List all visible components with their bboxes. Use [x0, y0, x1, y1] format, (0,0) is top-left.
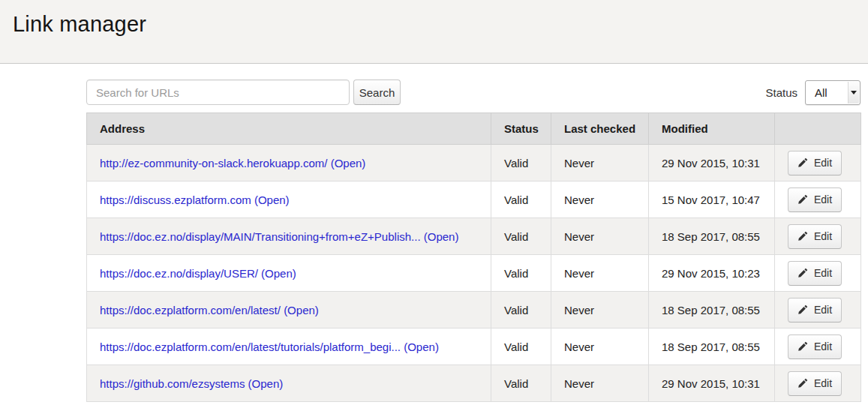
search-input[interactable] — [86, 80, 350, 105]
address-cell: https://doc.ez.no/display/MAIN/Transitio… — [87, 218, 491, 255]
edit-button-label: Edit — [814, 230, 832, 242]
table-row: https://doc.ez.no/display/USER/ (Open) V… — [87, 255, 861, 292]
address-cell: http://ez-community-on-slack.herokuapp.c… — [87, 145, 491, 182]
status-cell: Valid — [491, 255, 551, 292]
edit-button[interactable]: Edit — [788, 334, 842, 359]
edit-button-label: Edit — [814, 157, 832, 169]
status-cell: Valid — [491, 365, 551, 402]
url-link[interactable]: https://discuss.ezplatform.com — [100, 194, 251, 206]
url-link[interactable]: https://doc.ez.no/display/USER/ — [100, 267, 258, 280]
modified-cell: 29 Nov 2015, 10:23 — [649, 255, 775, 292]
pencil-icon — [797, 194, 808, 205]
last-checked-cell: Never — [551, 292, 649, 328]
pencil-icon — [797, 158, 808, 168]
pencil-icon — [797, 341, 808, 352]
chevron-down-icon — [848, 82, 859, 104]
address-cell: https://github.com/ezsystems (Open) — [87, 365, 491, 402]
modified-cell: 15 Nov 2017, 10:47 — [649, 182, 775, 218]
edit-button[interactable]: Edit — [788, 188, 842, 212]
last-checked-cell: Never — [551, 255, 649, 292]
modified-cell: 29 Nov 2015, 10:31 — [649, 145, 775, 182]
edit-button[interactable]: Edit — [788, 298, 842, 322]
modified-cell: 29 Nov 2015, 10:31 — [649, 365, 775, 402]
table-body: http://ez-community-on-slack.herokuapp.c… — [87, 145, 861, 402]
last-checked-cell: Never — [551, 182, 649, 218]
edit-button-label: Edit — [814, 194, 832, 206]
modified-cell: 18 Sep 2017, 08:55 — [649, 328, 775, 365]
url-link[interactable]: http://ez-community-on-slack.herokuapp.c… — [100, 157, 327, 170]
url-link[interactable]: https://doc.ez.no/display/MAIN/Transitio… — [100, 230, 421, 243]
page-title: Link manager — [13, 12, 854, 37]
table-row: https://doc.ezplatform.com/en/latest/ (O… — [87, 292, 861, 328]
edit-button-label: Edit — [814, 340, 832, 352]
last-checked-cell: Never — [551, 145, 649, 182]
actions-cell: Edit — [775, 328, 861, 365]
address-cell: https://doc.ezplatform.com/en/latest/ (O… — [87, 292, 491, 328]
address-cell: https://doc.ezplatform.com/en/latest/tut… — [87, 328, 491, 365]
actions-cell: Edit — [775, 292, 861, 328]
open-link[interactable]: (Open) — [424, 230, 459, 243]
edit-button[interactable]: Edit — [788, 224, 842, 249]
links-table: Address Status Last checked Modified htt… — [86, 112, 861, 402]
open-link[interactable]: (Open) — [254, 194, 290, 206]
table-row: http://ez-community-on-slack.herokuapp.c… — [87, 145, 861, 182]
edit-button-label: Edit — [814, 267, 832, 279]
open-link[interactable]: (Open) — [248, 377, 284, 390]
toolbar: Search Status All — [86, 80, 860, 105]
modified-cell: 18 Sep 2017, 08:55 — [649, 292, 775, 328]
actions-cell: Edit — [775, 182, 861, 218]
open-link[interactable]: (Open) — [261, 267, 296, 280]
status-cell: Valid — [491, 145, 551, 182]
status-select[interactable]: All — [805, 80, 860, 105]
address-cell: https://discuss.ezplatform.com (Open) — [87, 182, 491, 218]
edit-button[interactable]: Edit — [788, 371, 842, 396]
table-row: https://discuss.ezplatform.com (Open) Va… — [87, 182, 861, 218]
table-row: https://github.com/ezsystems (Open) Vali… — [87, 365, 861, 402]
status-select-value: All — [815, 86, 827, 99]
actions-cell: Edit — [775, 365, 861, 402]
status-cell: Valid — [491, 182, 551, 218]
edit-button-label: Edit — [814, 377, 832, 389]
address-cell: https://doc.ez.no/display/USER/ (Open) — [87, 255, 491, 292]
status-cell: Valid — [491, 218, 551, 255]
status-cell: Valid — [491, 328, 551, 365]
last-checked-cell: Never — [551, 365, 649, 402]
content: Search Status All Address Status Last ch… — [86, 80, 860, 402]
page-header: Link manager — [0, 0, 868, 64]
url-link[interactable]: https://doc.ezplatform.com/en/latest/ — [100, 304, 281, 316]
actions-cell: Edit — [775, 255, 861, 292]
edit-button[interactable]: Edit — [788, 261, 842, 286]
modified-cell: 18 Sep 2017, 08:55 — [649, 218, 775, 255]
last-checked-cell: Never — [551, 218, 649, 255]
open-link[interactable]: (Open) — [284, 304, 319, 316]
header-modified: Modified — [649, 113, 775, 145]
table-header-row: Address Status Last checked Modified — [87, 113, 861, 145]
table-row: https://doc.ez.no/display/MAIN/Transitio… — [87, 218, 861, 255]
status-cell: Valid — [491, 292, 551, 328]
header-status: Status — [491, 113, 551, 145]
table-row: https://doc.ezplatform.com/en/latest/tut… — [87, 328, 861, 365]
status-filter: Status All — [765, 80, 860, 105]
pencil-icon — [797, 378, 808, 388]
edit-button[interactable]: Edit — [788, 151, 842, 176]
url-link[interactable]: https://doc.ezplatform.com/en/latest/tut… — [100, 340, 401, 353]
open-link[interactable]: (Open) — [404, 340, 439, 353]
pencil-icon — [797, 268, 808, 278]
open-link[interactable]: (Open) — [331, 157, 366, 170]
actions-cell: Edit — [775, 218, 861, 255]
pencil-icon — [797, 231, 808, 242]
actions-cell: Edit — [775, 145, 861, 182]
pencil-icon — [797, 304, 808, 315]
last-checked-cell: Never — [551, 328, 649, 365]
header-address: Address — [87, 113, 491, 145]
url-link[interactable]: https://github.com/ezsystems — [100, 377, 245, 390]
header-last-checked: Last checked — [551, 113, 649, 145]
status-filter-label: Status — [765, 86, 797, 99]
header-actions — [775, 113, 861, 145]
edit-button-label: Edit — [814, 304, 832, 316]
search-button[interactable]: Search — [353, 80, 401, 105]
